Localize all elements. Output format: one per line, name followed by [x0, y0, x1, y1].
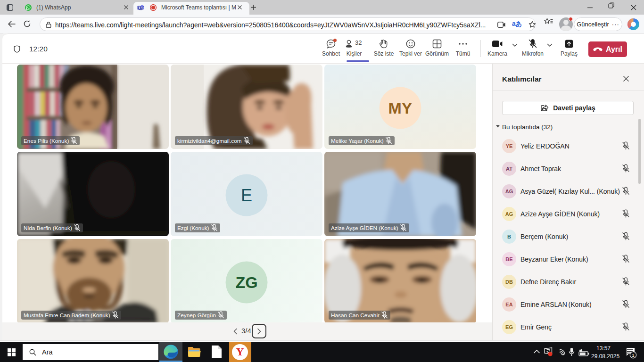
- svg-text:1: 1: [632, 353, 634, 358]
- svg-text:32: 32: [355, 39, 362, 46]
